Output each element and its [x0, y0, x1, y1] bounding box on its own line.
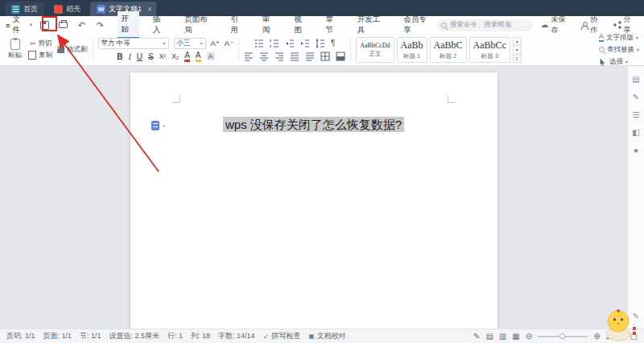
- style-heading1[interactable]: AaBb 标题 1: [397, 37, 427, 63]
- find-replace-button[interactable]: 查找替换 ▾: [599, 45, 639, 55]
- highlight-button[interactable]: A: [196, 52, 201, 62]
- paste-icon: [10, 39, 20, 50]
- search-placeholder: 搜索命令、搜索模板: [450, 20, 512, 30]
- italic-button[interactable]: I: [128, 52, 130, 61]
- status-line: 行: 1: [167, 331, 183, 341]
- style-heading3[interactable]: AaBbCc 标题 3: [469, 37, 510, 63]
- check-icon: ✓: [263, 333, 270, 341]
- tab-insert[interactable]: 插入: [150, 12, 171, 38]
- redo-button[interactable]: ↷: [93, 19, 106, 31]
- unsaved-status[interactable]: ☁ 未保存: [541, 14, 572, 35]
- selected-text[interactable]: wps 没保存关闭了怎么恢复数据?: [223, 117, 404, 132]
- text-layout-button[interactable]: A 文字排版 ▾: [599, 33, 639, 43]
- wps-writer-app: 首页 稻壳 W 文字文稿1 × ≡ 文件 ▾ ↶ ↷ 开始 插入 页面布局 引用: [0, 0, 644, 343]
- chick-mascot-watermark: [601, 304, 638, 341]
- sidebar-layout-icon[interactable]: ◧: [632, 129, 639, 137]
- superscript-button[interactable]: X²: [159, 52, 167, 60]
- menubar: ≡ 文件 ▾ ↶ ↷ 开始 插入 页面布局 引用 审阅 视图 章节 开发工具 会…: [0, 16, 644, 34]
- align-left-icon[interactable]: [244, 52, 254, 61]
- font-group: 苹方 中等 ▾ 小三 ▾ A⁺ A⁻ B I U S X² X₂ A A A: [98, 35, 234, 64]
- paragraph-group: ¶: [244, 35, 345, 64]
- proofread-button[interactable]: ▣ 文档校对: [308, 331, 346, 341]
- workspace: wps 没保存关闭了怎么恢复数据? ▤ ✎ ☰ ◧ ● ✎: [0, 66, 644, 329]
- char-shading-button[interactable]: A: [207, 52, 215, 60]
- tab-view[interactable]: 视图: [291, 12, 312, 38]
- distribute-icon[interactable]: [305, 52, 315, 61]
- file-menu-button[interactable]: ≡ 文件 ▾: [3, 14, 35, 35]
- document-text-line[interactable]: wps 没保存关闭了怎么恢复数据?: [130, 72, 497, 133]
- tab-page-layout[interactable]: 页面布局: [181, 12, 217, 38]
- status-section: 节: 1/1: [80, 331, 101, 341]
- subscript-button[interactable]: X₂: [171, 52, 179, 60]
- font-name-combo[interactable]: 苹方 中等 ▾: [98, 38, 169, 49]
- sidebar-list-icon[interactable]: ☰: [633, 111, 640, 119]
- view-single-icon[interactable]: ▤: [485, 333, 493, 341]
- font-color-button[interactable]: A: [184, 52, 190, 62]
- align-center-icon[interactable]: [259, 52, 269, 61]
- paste-button[interactable]: 粘贴: [5, 39, 25, 60]
- undo-button[interactable]: ↶: [75, 19, 88, 31]
- zoom-slider-thumb[interactable]: [559, 333, 565, 339]
- paste-label: 粘贴: [8, 51, 22, 60]
- document-area[interactable]: wps 没保存关闭了怎么恢复数据?: [0, 66, 627, 329]
- grow-font-button[interactable]: A⁺: [211, 39, 220, 48]
- style-normal[interactable]: AaBbCcDd 正文: [356, 37, 394, 63]
- align-right-icon[interactable]: [275, 52, 284, 61]
- copy-button[interactable]: 复制: [30, 51, 52, 60]
- font-size-combo[interactable]: 小三 ▾: [174, 38, 206, 49]
- cut-button[interactable]: ✂ 剪切: [30, 39, 52, 48]
- bold-button[interactable]: B: [117, 52, 122, 61]
- paragraph-mark-icon[interactable]: ¶: [331, 39, 335, 48]
- command-search-box[interactable]: 搜索命令、搜索模板: [436, 19, 533, 31]
- zoom-slider[interactable]: [538, 336, 588, 337]
- bullet-list-icon[interactable]: [254, 39, 264, 48]
- docer-tab[interactable]: 稻壳: [47, 2, 87, 16]
- increase-indent-icon[interactable]: [300, 39, 310, 48]
- decrease-indent-icon[interactable]: [285, 39, 295, 48]
- select-button[interactable]: 选择 ▾: [599, 57, 639, 67]
- tab-home[interactable]: 开始: [118, 11, 138, 39]
- zoom-out-icon[interactable]: ⊖: [526, 333, 532, 341]
- docer-icon: [54, 5, 63, 14]
- strikethrough-button[interactable]: S: [148, 52, 154, 61]
- spellcheck-toggle[interactable]: ✓ 拼写检查: [263, 331, 301, 341]
- tab-section[interactable]: 章节: [322, 12, 343, 38]
- numbered-list-icon[interactable]: [270, 39, 279, 48]
- justify-icon[interactable]: [290, 52, 299, 61]
- tab-member[interactable]: 会员专享: [400, 12, 436, 38]
- edit-mode-icon[interactable]: ✎: [473, 333, 480, 341]
- status-word-count[interactable]: 字数: 14/14: [218, 331, 255, 341]
- zoom-in-icon[interactable]: ⊕: [593, 333, 600, 341]
- shading-icon[interactable]: [336, 52, 345, 61]
- sidebar-panel-icon[interactable]: ▤: [632, 76, 639, 84]
- styles-scroll-up-icon[interactable]: ▴: [513, 37, 522, 45]
- paragraph-options-icon[interactable]: [151, 121, 159, 130]
- shrink-font-button[interactable]: A⁻: [225, 39, 233, 48]
- chevron-down-icon: ▾: [636, 35, 638, 40]
- styles-scroll-down-icon[interactable]: ▾: [513, 46, 522, 54]
- tab-review[interactable]: 审阅: [259, 12, 280, 38]
- format-painter-button[interactable]: 格式刷: [57, 45, 88, 55]
- search-icon: [441, 23, 447, 28]
- select-label: 选择: [609, 57, 623, 67]
- sidebar-record-icon[interactable]: ●: [634, 147, 638, 155]
- chevron-down-icon: ▾: [163, 40, 165, 46]
- borders-icon[interactable]: [320, 52, 330, 61]
- style-heading2[interactable]: AaBbC 标题 2: [430, 37, 467, 63]
- copy-icon: [30, 52, 36, 60]
- print-button[interactable]: [56, 19, 69, 31]
- tab-developer[interactable]: 开发工具: [354, 12, 390, 38]
- copy-label: 复制: [39, 51, 52, 60]
- document-page[interactable]: wps 没保存关闭了怎么恢复数据?: [130, 72, 497, 329]
- sidebar-edit-icon[interactable]: ✎: [633, 93, 639, 101]
- line-spacing-icon[interactable]: [316, 39, 325, 48]
- home-tab-label: 首页: [23, 4, 38, 14]
- statusbar: 页码: 1/1 页面: 1/1 节: 1/1 设置值: 2.5厘米 行: 1 列…: [0, 329, 644, 343]
- underline-button[interactable]: U: [137, 52, 142, 61]
- save-button[interactable]: [38, 19, 51, 31]
- styles-more-icon[interactable]: ≡: [513, 55, 522, 63]
- quick-access-toolbar: ↶ ↷: [38, 19, 106, 31]
- view-web-icon[interactable]: ▥: [499, 333, 506, 341]
- tab-references[interactable]: 引用: [228, 12, 249, 38]
- view-outline-icon[interactable]: ▦: [512, 333, 519, 341]
